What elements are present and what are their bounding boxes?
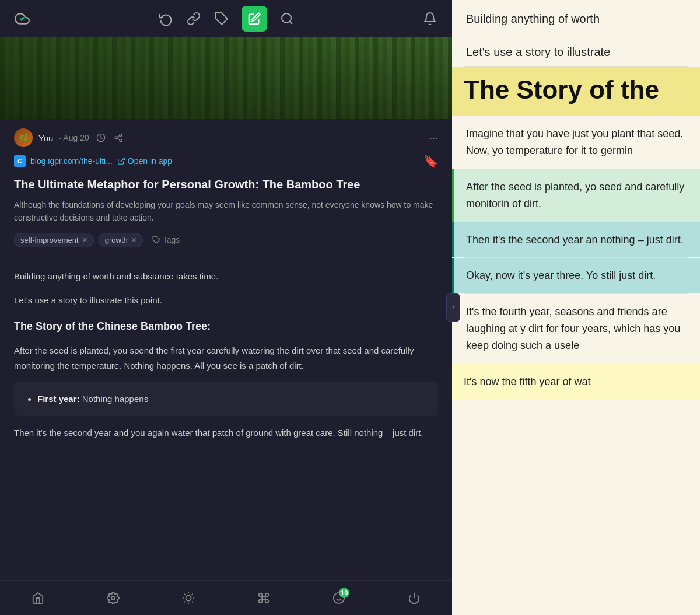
author-info: 🌿 You · Aug 20 <box>14 128 124 147</box>
bottom-nav: 10 <box>0 580 452 615</box>
svg-point-11 <box>111 596 115 600</box>
power-icon[interactable] <box>402 586 426 610</box>
callout-text: Nothing happens <box>82 394 148 404</box>
svg-line-20 <box>192 593 192 594</box>
outline-section-5: After the seed is planted, yo seed and c… <box>452 169 700 222</box>
svg-point-4 <box>120 134 122 136</box>
hero-image <box>0 37 452 119</box>
callout-item: First year: Nothing happens <box>37 392 426 407</box>
collapse-panel-button[interactable]: ‹ <box>446 293 460 322</box>
body-paragraph-2: Let's use a story to illustrate this poi… <box>14 293 438 308</box>
svg-line-8 <box>117 135 120 137</box>
tag-icon[interactable] <box>214 11 230 27</box>
outline-text-1: Building anything of worth <box>452 0 700 33</box>
svg-line-2 <box>289 22 292 24</box>
author-row: 🌿 You · Aug 20 <box>14 128 438 147</box>
notification-icon[interactable] <box>422 11 438 27</box>
favicon: C <box>14 155 26 167</box>
top-nav <box>0 0 452 37</box>
body-paragraph-3: After the seed is planted, you spend the… <box>14 343 438 373</box>
nav-right <box>422 11 438 27</box>
left-panel: 🌿 You · Aug 20 <box>0 0 452 615</box>
search-icon[interactable] <box>279 11 295 27</box>
outline-section-8: It's the fourth year, seasons and friend… <box>452 294 700 364</box>
article-summary: Although the foundations of developing y… <box>14 198 438 225</box>
tag-label: self-improvement <box>20 236 79 244</box>
outline-section-4: Imagine that you have just you plant tha… <box>452 116 700 169</box>
outline-section-9: It's now the fifth year of wat <box>452 364 700 400</box>
outline-text-5: After the seed is planted, yo seed and c… <box>466 179 688 212</box>
cloud-check-icon[interactable] <box>14 11 30 27</box>
more-options-icon[interactable]: ··· <box>429 132 438 144</box>
bookmark-icon[interactable]: 🔖 <box>424 154 438 168</box>
outline-text-8: It's the fourth year, seasons and friend… <box>452 294 700 363</box>
svg-point-1 <box>282 13 291 23</box>
tags-placeholder: Tags <box>163 235 180 244</box>
right-content[interactable]: Building anything of worth Let's use a s… <box>452 0 700 615</box>
tags-row: self-improvement ✕ growth ✕ Tags <box>14 233 438 247</box>
tag-self-improvement[interactable]: self-improvement ✕ <box>14 233 94 247</box>
outline-section-6: Then it's the second year an nothing – j… <box>452 222 700 258</box>
body-paragraph-4: Then it's the second year and you again … <box>14 425 438 441</box>
article-url[interactable]: blog.igpr.com/the-ulti... <box>30 156 113 166</box>
tag-growth[interactable]: growth ✕ <box>99 233 143 247</box>
svg-line-19 <box>184 601 185 602</box>
article-header: 🌿 You · Aug 20 <box>0 119 452 257</box>
svg-point-6 <box>120 139 122 142</box>
badge: 10 <box>339 588 349 598</box>
article-body: Building anything of worth and substance… <box>0 257 452 462</box>
url-row: C blog.igpr.com/the-ulti... Open in app … <box>14 154 438 168</box>
tag-remove-growth[interactable]: ✕ <box>131 236 136 244</box>
svg-line-15 <box>184 593 185 594</box>
share-icon[interactable] <box>113 132 124 144</box>
ai-icon[interactable]: 10 <box>327 586 351 610</box>
outline-text-6: Then it's the second year an nothing – j… <box>466 232 688 249</box>
sun-icon[interactable] <box>177 586 200 610</box>
history-icon[interactable] <box>158 11 174 27</box>
open-in-app-label: Open in app <box>128 156 172 166</box>
outline-section-3: The Story of the <box>452 67 700 116</box>
clock-icon[interactable] <box>95 132 107 144</box>
big-heading: The Story of the <box>464 76 688 104</box>
nav-left <box>14 11 30 27</box>
outline-text-4: Imagine that you have just you plant tha… <box>452 116 700 169</box>
home-icon[interactable] <box>26 586 50 610</box>
author-name: You <box>38 133 53 143</box>
svg-line-9 <box>121 158 124 162</box>
outline-text-9: It's now the fifth year of wat <box>464 373 688 390</box>
author-date: · Aug 20 <box>59 133 89 142</box>
outline-section-2: Let's use a story to illustrate <box>452 33 700 67</box>
svg-point-12 <box>186 595 191 600</box>
outline-text-2: Let's use a story to illustrate <box>452 33 700 66</box>
tag-remove-self-improvement[interactable]: ✕ <box>82 236 88 244</box>
callout-label: First year: <box>37 394 80 404</box>
svg-line-7 <box>117 138 120 140</box>
article-title: The Ultimate Metaphor for Personal Growt… <box>14 176 438 193</box>
outline-text-7: Okay, now it's year three. Yo still just… <box>466 267 688 284</box>
command-icon[interactable] <box>252 586 275 610</box>
settings-icon[interactable] <box>102 586 125 610</box>
avatar: 🌿 <box>14 128 33 147</box>
callout-box: First year: Nothing happens <box>14 382 438 416</box>
outline-section-7: Okay, now it's year three. Yo still just… <box>452 258 700 294</box>
right-panel: Building anything of worth Let's use a s… <box>452 0 700 615</box>
body-paragraph-1: Building anything of worth and substance… <box>14 269 438 284</box>
tag-label: growth <box>105 236 128 244</box>
link-icon[interactable] <box>186 11 202 27</box>
nav-center <box>158 6 295 32</box>
body-heading: The Story of the Chinese Bamboo Tree: <box>14 317 438 336</box>
svg-point-5 <box>115 137 117 139</box>
open-in-app-button[interactable]: Open in app <box>117 156 172 166</box>
svg-line-16 <box>192 601 192 602</box>
edit-icon[interactable] <box>242 6 267 32</box>
outline-section-1: Building anything of worth <box>452 0 700 33</box>
add-tag-button[interactable]: Tags <box>148 233 185 247</box>
content-area[interactable]: 🌿 You · Aug 20 <box>0 119 452 580</box>
